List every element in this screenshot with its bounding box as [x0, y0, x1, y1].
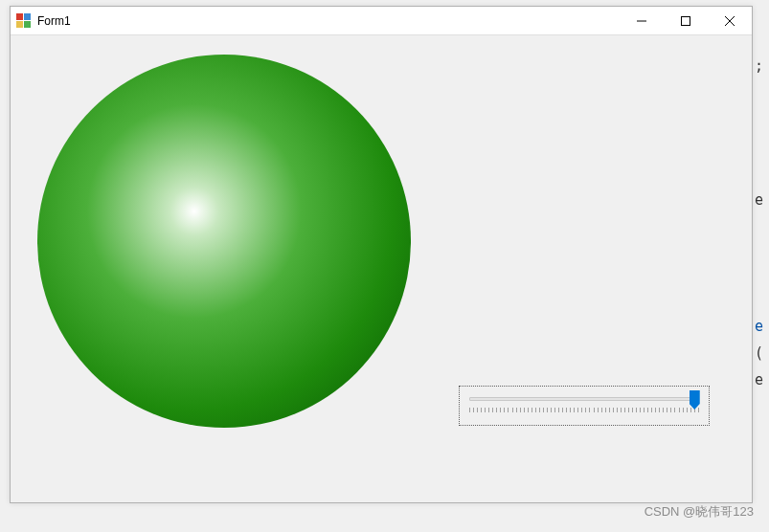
bg-char-e1: e	[755, 191, 763, 209]
window-title: Form1	[37, 14, 71, 28]
trackbar-ticks	[469, 408, 699, 413]
watermark-text: CSDN @晓伟哥123	[645, 503, 754, 521]
maximize-icon	[681, 16, 690, 26]
app-window: Form1	[10, 6, 753, 503]
bg-char-semicolon: ;	[755, 57, 763, 75]
close-icon	[725, 16, 735, 26]
bg-char-e2: e	[755, 318, 763, 335]
client-area	[11, 35, 752, 502]
bg-char-e3: e	[755, 371, 763, 388]
trackbar-thumb[interactable]	[690, 390, 700, 410]
bg-char-paren: (	[755, 344, 763, 362]
trackbar-rail	[469, 397, 699, 401]
close-button[interactable]	[708, 7, 752, 34]
minimize-button[interactable]	[620, 7, 664, 34]
minimize-icon	[637, 16, 646, 26]
svg-rect-1	[682, 16, 690, 25]
window-controls	[620, 7, 752, 34]
size-trackbar[interactable]	[459, 386, 710, 426]
titlebar[interactable]: Form1	[11, 7, 752, 35]
app-icon	[16, 13, 32, 29]
maximize-button[interactable]	[664, 7, 708, 34]
green-sphere	[37, 55, 411, 428]
